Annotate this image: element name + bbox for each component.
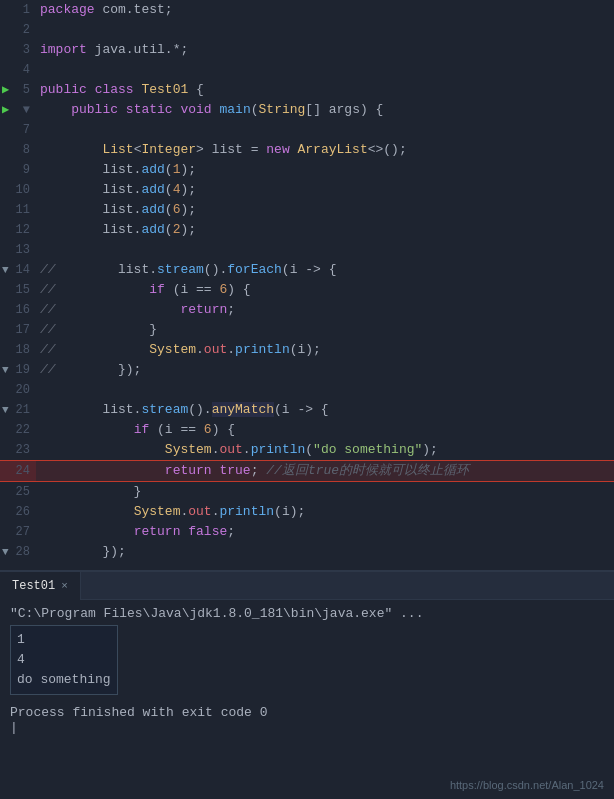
line-number-5: ▶ 5 [0,80,36,100]
code-line-23: 23 System.out.println("do something"); [0,440,614,460]
line-content-12: list.add(2); [36,220,614,240]
line-number-19: ▼ 19 [0,360,36,380]
code-line-16: 16 // return; [0,300,614,320]
line-number-25: 25 [0,482,36,502]
line-content-19: // }); [36,360,614,380]
output-cursor: | [10,720,604,735]
line-number-9: 9 [0,160,36,180]
line-number-6: ▶ ▼ [0,100,36,120]
line-content-8: List<Integer> list = new ArrayList<>(); [36,140,614,160]
line-content-5: public class Test01 { [36,80,614,100]
run-tab-label: Test01 [12,579,55,593]
code-line-5: ▶ 5 public class Test01 { [0,80,614,100]
code-line-3: 3 import java.util.*; [0,40,614,60]
code-line-25: 25 } [0,482,614,502]
code-line-19: ▼ 19 // }); [0,360,614,380]
line-number-23: 23 [0,440,36,460]
run-tab-close[interactable]: × [61,580,68,592]
code-line-1: 1 package com.test; [0,0,614,20]
line-content-25: } [36,482,614,502]
line-number-14: ▼ 14 [0,260,36,280]
line-content-3: import java.util.*; [36,40,614,60]
line-number-7: 7 [0,120,36,140]
code-line-7: 7 [0,120,614,140]
line-content-27: return false; [36,522,614,542]
code-line-8: 8 List<Integer> list = new ArrayList<>()… [0,140,614,160]
code-line-21: ▼ 21 list.stream().anyMatch(i -> { [0,400,614,420]
line-number-26: 26 [0,502,36,522]
code-line-17: 17 // } [0,320,614,340]
line-content-23: System.out.println("do something"); [36,440,614,460]
line-number-17: 17 [0,320,36,340]
line-content-6: public static void main(String[] args) { [36,100,614,120]
line-number-13: 13 [0,240,36,260]
line-content-22: if (i == 6) { [36,420,614,440]
code-line-24: 24 return true; //返回true的时候就可以终止循环 [0,460,614,482]
line-content-28: }); [36,542,614,562]
line-content-20 [36,380,614,400]
code-line-9: 9 list.add(1); [0,160,614,180]
output-result-1: 1 [17,630,111,650]
line-content-21: list.stream().anyMatch(i -> { [36,400,614,420]
line-number-15: 15 [0,280,36,300]
code-line-4: 4 [0,60,614,80]
line-number-8: 8 [0,140,36,160]
line-content-4 [36,60,614,80]
line-content-16: // return; [36,300,614,320]
line-number-1: 1 [0,0,36,20]
output-command: "C:\Program Files\Java\jdk1.8.0_181\bin\… [10,606,604,621]
line-number-27: 27 [0,522,36,542]
code-line-27: 27 return false; [0,522,614,542]
line-content-17: // } [36,320,614,340]
code-line-11: 11 list.add(6); [0,200,614,220]
output-results-box: 1 4 do something [10,625,118,695]
code-line-6: ▶ ▼ public static void main(String[] arg… [0,100,614,120]
line-content-2 [36,20,614,40]
code-line-12: 12 list.add(2); [0,220,614,240]
line-content-15: // if (i == 6) { [36,280,614,300]
output-result-2: 4 [17,650,111,670]
output-result-3: do something [17,670,111,690]
line-content-1: package com.test; [36,0,614,20]
line-number-21: ▼ 21 [0,400,36,420]
code-line-13: 13 [0,240,614,260]
line-number-24: 24 [0,461,36,481]
watermark: https://blog.csdn.net/Alan_1024 [450,779,604,791]
line-content-24: return true; //返回true的时候就可以终止循环 [36,461,614,481]
code-line-2: 2 [0,20,614,40]
code-line-20: 20 [0,380,614,400]
line-number-22: 22 [0,420,36,440]
run-tab-test01[interactable]: Test01 × [0,572,81,600]
line-number-16: 16 [0,300,36,320]
line-number-28: ▼ 28 [0,542,36,562]
line-content-26: System.out.println(i); [36,502,614,522]
output-exit-message: Process finished with exit code 0 [10,705,604,720]
line-content-14: // list.stream().forEach(i -> { [36,260,614,280]
code-line-15: 15 // if (i == 6) { [0,280,614,300]
run-panel: Test01 × "C:\Program Files\Java\jdk1.8.0… [0,570,614,741]
run-arrow-5: ▶ [2,80,9,100]
code-line-26: 26 System.out.println(i); [0,502,614,522]
line-content-10: list.add(4); [36,180,614,200]
code-line-22: 22 if (i == 6) { [0,420,614,440]
code-line-10: 10 list.add(4); [0,180,614,200]
line-content-11: list.add(6); [36,200,614,220]
run-arrow-6: ▶ [2,100,9,120]
code-line-18: 18 // System.out.println(i); [0,340,614,360]
line-number-2: 2 [0,20,36,40]
code-editor: 1 package com.test; 2 3 import java.util… [0,0,614,570]
line-number-18: 18 [0,340,36,360]
line-number-3: 3 [0,40,36,60]
line-number-11: 11 [0,200,36,220]
output-cmd-text: "C:\Program Files\Java\jdk1.8.0_181\bin\… [10,606,423,621]
run-tab-bar: Test01 × [0,572,614,600]
line-number-4: 4 [0,60,36,80]
code-line-14: ▼ 14 // list.stream().forEach(i -> { [0,260,614,280]
line-content-18: // System.out.println(i); [36,340,614,360]
line-number-10: 10 [0,180,36,200]
line-content-9: list.add(1); [36,160,614,180]
line-number-20: 20 [0,380,36,400]
line-content-7 [36,120,614,140]
output-area: "C:\Program Files\Java\jdk1.8.0_181\bin\… [0,600,614,741]
code-line-28: ▼ 28 }); [0,542,614,562]
